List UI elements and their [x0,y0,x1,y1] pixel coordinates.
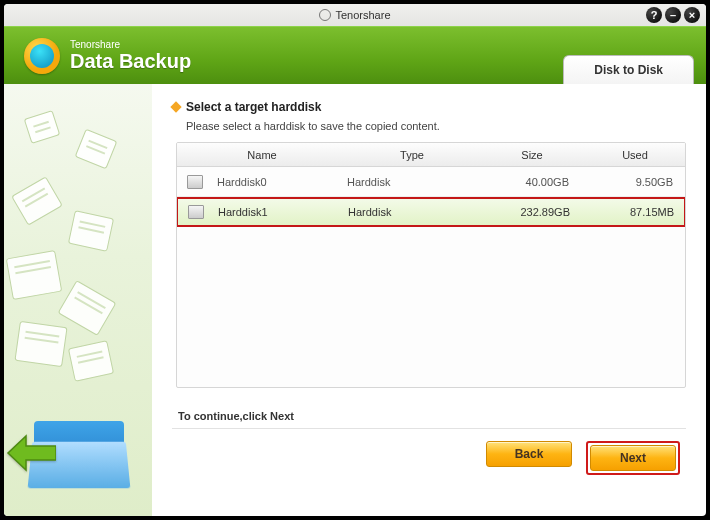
next-button[interactable]: Next [590,445,676,471]
paper-icon [75,129,118,170]
paper-icon [14,321,67,367]
col-size[interactable]: Size [477,149,587,161]
table-row[interactable]: Harddisk0 Harddisk 40.00GB 9.50GB [177,167,685,197]
minimize-button[interactable]: – [665,7,681,23]
harddisk-icon [188,205,204,219]
arrow-left-icon [6,434,56,476]
header: Tenorshare Data Backup Disk to Disk [4,26,706,84]
titlebar: Tenorshare ? – × [4,4,706,26]
harddisk-icon [187,175,203,189]
section-subtitle: Please select a harddisk to save the cop… [186,120,686,132]
product-icon [24,38,60,74]
button-bar: Back Next [172,441,686,475]
paper-icon [6,250,63,300]
disk-type: Harddisk [347,176,477,188]
disk-size: 40.00GB [477,176,587,188]
col-name[interactable]: Name [177,149,347,161]
disk-name: Harddisk0 [217,176,347,188]
disk-size: 232.89GB [478,206,588,218]
tenorshare-logo-icon [319,9,331,21]
close-button[interactable]: × [684,7,700,23]
paper-icon [68,210,114,252]
main-panel: Select a target harddisk Please select a… [152,84,706,516]
app-title: Tenorshare [335,9,390,21]
back-button[interactable]: Back [486,441,572,467]
sidebar-illustration [4,84,152,516]
app-window: Tenorshare ? – × Tenorshare Data Backup … [0,0,710,520]
table-header: Name Type Size Used [177,143,685,167]
disk-used: 9.50GB [587,176,683,188]
paper-icon [68,340,114,382]
disk-name: Harddisk1 [218,206,348,218]
product-name: Data Backup [70,50,191,73]
brand-name: Tenorshare [70,39,191,50]
section-title: Select a target harddisk [172,100,686,114]
col-used[interactable]: Used [587,149,683,161]
help-button[interactable]: ? [646,7,662,23]
section-title-text: Select a target harddisk [186,100,321,114]
tab-disk-to-disk[interactable]: Disk to Disk [563,55,694,84]
table-row-selected[interactable]: Harddisk1 Harddisk 232.89GB 87.15MB [176,197,686,227]
continue-hint: To continue,click Next [178,410,686,422]
disk-table: Name Type Size Used Harddisk0 Harddisk 4… [176,142,686,388]
disk-type: Harddisk [348,206,478,218]
paper-icon [11,176,63,225]
divider [172,428,686,429]
next-highlight: Next [586,441,680,475]
paper-icon [24,110,61,144]
disk-used: 87.15MB [588,206,684,218]
bullet-icon [170,101,181,112]
col-type[interactable]: Type [347,149,477,161]
